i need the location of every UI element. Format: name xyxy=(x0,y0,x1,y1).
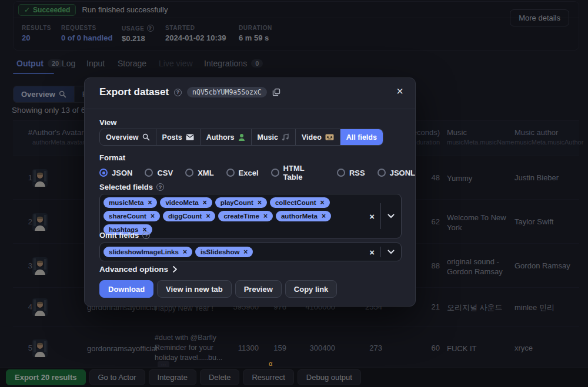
format-radio-jsonl[interactable]: JSONL xyxy=(377,169,415,177)
remove-field-icon[interactable]: × xyxy=(203,198,207,207)
field-pill-slideshowImageLinks: slideshowImageLinks× xyxy=(103,247,192,257)
format-radio-label: JSON xyxy=(112,169,132,177)
format-radio-csv[interactable]: CSV xyxy=(145,169,173,177)
field-pill-playCount: playCount× xyxy=(215,197,267,208)
view-option-label: Authors xyxy=(206,133,235,142)
close-icon[interactable]: × xyxy=(396,85,403,97)
run-detail-page: ✓ Succeeded Run finished successfully RE… xyxy=(0,0,588,387)
view-option-music[interactable]: Music xyxy=(252,129,296,145)
remove-field-icon[interactable]: × xyxy=(263,212,268,220)
field-pill-shareCount: shareCount× xyxy=(103,211,160,221)
field-pill-label: collectCount xyxy=(275,199,316,206)
view-option-label: Overview xyxy=(106,133,139,142)
field-pill-label: slideshowImageLinks xyxy=(109,248,179,255)
format-radio-html-table[interactable]: HTML Table xyxy=(271,164,325,181)
copy-icon[interactable] xyxy=(272,88,280,96)
clear-all-icon[interactable]: × xyxy=(363,211,380,221)
radio-icon xyxy=(337,169,345,177)
dropdown-chevron[interactable] xyxy=(381,214,401,218)
help-icon[interactable]: ? xyxy=(174,89,182,96)
copy-link-button[interactable]: Copy link xyxy=(285,280,338,298)
format-radio-label: JSONL xyxy=(390,169,415,177)
radio-icon xyxy=(271,169,279,177)
view-option-posts[interactable]: Posts xyxy=(156,129,201,145)
field-pill-musicMeta: musicMeta× xyxy=(103,197,157,208)
view-option-label: Music xyxy=(258,133,278,142)
preview-button[interactable]: Preview xyxy=(235,280,282,298)
field-pill-label: isSlideshow xyxy=(201,248,239,255)
remove-field-icon[interactable]: × xyxy=(258,198,262,207)
format-radio-label: RSS xyxy=(349,169,365,177)
view-option-label: All fields xyxy=(346,133,377,142)
advanced-options-toggle[interactable]: Advanced options xyxy=(99,265,177,274)
videocassette-icon xyxy=(325,134,334,140)
radio-icon xyxy=(99,169,108,177)
export-dataset-modal: Export dataset ? nQV5cbYUM9a5SozxC × Vie… xyxy=(84,78,416,307)
clear-all-icon[interactable]: × xyxy=(363,247,380,257)
field-box-controls: × xyxy=(363,243,401,261)
format-label: Format xyxy=(99,153,125,162)
alpha-badge: α xyxy=(269,360,272,367)
remove-field-icon[interactable]: × xyxy=(320,198,325,207)
singer-icon xyxy=(238,133,245,141)
remove-field-icon[interactable]: × xyxy=(148,198,152,207)
view-option-video[interactable]: Video xyxy=(296,129,340,145)
omit-fields-label: Omit fields? xyxy=(99,231,150,240)
format-radio-label: HTML Table xyxy=(283,164,325,181)
dataset-id-badge: nQV5cbYUM9a5SozxC xyxy=(187,87,267,97)
remove-field-icon[interactable]: × xyxy=(243,248,248,256)
modal-divider xyxy=(85,109,415,109)
field-pill-label: shareCount xyxy=(109,213,146,220)
field-pill-collectCount: collectCount× xyxy=(270,197,330,208)
format-radio-label: Excel xyxy=(239,169,259,177)
remove-field-icon[interactable]: × xyxy=(151,212,155,220)
field-pill-diggCount: diggCount× xyxy=(163,211,216,221)
dropdown-chevron[interactable] xyxy=(381,250,401,254)
help-icon[interactable]: ? xyxy=(156,183,164,191)
envelope-icon xyxy=(186,134,194,140)
view-option-label: Video xyxy=(302,133,322,142)
view-in-new-tab-button[interactable]: View in new tab xyxy=(157,280,232,298)
view-option-overview[interactable]: Overview xyxy=(100,129,156,145)
format-radio-label: CSV xyxy=(157,169,173,177)
format-radio-xml[interactable]: XML xyxy=(185,169,213,177)
chevron-down-icon xyxy=(387,214,395,218)
view-option-authors[interactable]: Authors xyxy=(201,129,252,145)
field-pill-isSlideshow: isSlideshow× xyxy=(195,247,253,257)
field-pill-label: videoMeta xyxy=(165,199,198,206)
radio-icon xyxy=(377,169,386,177)
omit-fields-input[interactable]: slideshowImageLinks×isSlideshow×× xyxy=(99,243,402,261)
field-pill-createTime: createTime× xyxy=(218,211,273,221)
format-radio-excel[interactable]: Excel xyxy=(226,169,259,177)
field-pill-label: playCount xyxy=(220,199,253,206)
remove-field-icon[interactable]: × xyxy=(183,248,187,256)
modal-actions: DownloadView in new tabPreviewCopy link xyxy=(99,280,337,298)
help-icon[interactable]: ? xyxy=(142,231,150,239)
field-pill-label: createTime xyxy=(223,213,259,220)
radio-icon xyxy=(145,169,153,177)
magnifier-icon xyxy=(142,133,150,141)
music-notes-icon xyxy=(282,133,289,141)
field-pill-label: authorMeta xyxy=(281,213,318,220)
field-pill-label: musicMeta xyxy=(109,199,143,206)
format-radio-rss[interactable]: RSS xyxy=(337,169,365,177)
view-option-all-fields[interactable]: All fields xyxy=(340,129,383,145)
field-box-controls: × xyxy=(363,194,401,238)
chevron-right-icon xyxy=(173,266,177,272)
radio-icon xyxy=(226,169,235,177)
view-label: View xyxy=(99,118,116,127)
field-pill-videoMeta: videoMeta× xyxy=(160,197,212,208)
remove-field-icon[interactable]: × xyxy=(206,212,210,220)
radio-icon xyxy=(185,169,193,177)
remove-field-icon[interactable]: × xyxy=(322,212,326,220)
format-radio-label: XML xyxy=(198,169,213,177)
view-option-label: Posts xyxy=(162,133,182,142)
download-button[interactable]: Download xyxy=(99,280,153,298)
format-radio-json[interactable]: JSON xyxy=(99,169,132,177)
view-options: OverviewPostsAuthorsMusicVideoAll fields xyxy=(99,129,383,146)
chevron-down-icon xyxy=(387,250,395,254)
selected-fields-label: Selected fields? xyxy=(99,183,164,191)
format-radios: JSONCSVXMLExcelHTML TableRSSJSONL xyxy=(99,164,415,181)
modal-header: Export dataset ? nQV5cbYUM9a5SozxC xyxy=(99,86,280,98)
field-pill-label: diggCount xyxy=(168,213,202,220)
